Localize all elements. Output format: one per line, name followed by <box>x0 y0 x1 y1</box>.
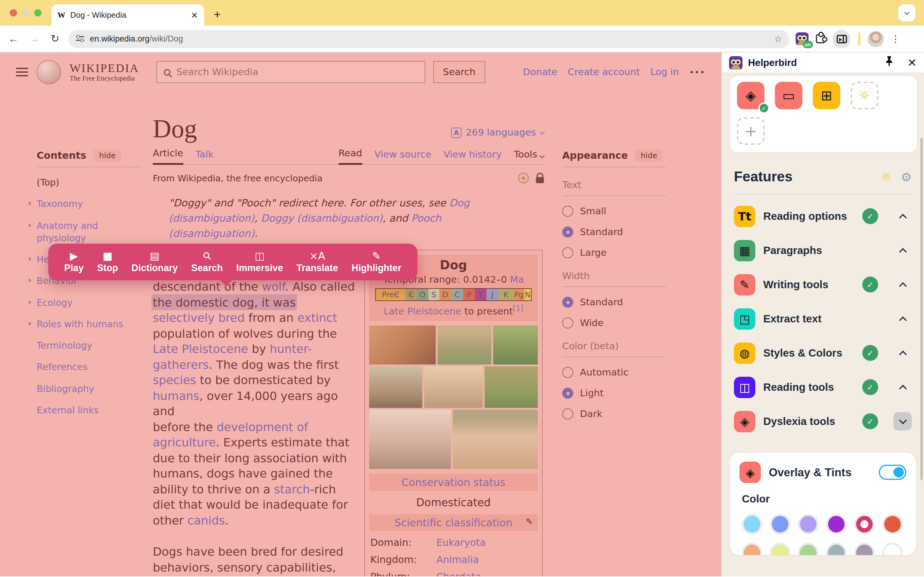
close-icon[interactable]: ✕ <box>908 56 917 69</box>
toolbar-action-button[interactable]: ■ Stop <box>97 250 118 274</box>
browser-tab[interactable]: W Dog - Wikipedia ✕ <box>51 4 204 26</box>
expand-chevron-icon[interactable]: › <box>28 275 31 286</box>
login-link[interactable]: Log in <box>650 66 679 77</box>
tint-swatch[interactable] <box>826 543 846 556</box>
feature-row[interactable]: ◈ Dyslexia tools ✓ <box>734 404 912 438</box>
contents-item[interactable]: › Bibliography <box>37 382 139 395</box>
tab-tools[interactable]: Tools <box>514 149 544 164</box>
radio-option[interactable]: Light <box>562 388 666 399</box>
tint-swatch[interactable] <box>882 514 903 534</box>
more-options-icon[interactable]: ••• <box>689 68 705 77</box>
feature-row[interactable]: ✎ Writing tools ✓ <box>734 268 912 301</box>
overlay-quick-tile[interactable]: ◈ ✓ <box>737 82 764 109</box>
radio-option[interactable]: Large <box>562 247 666 258</box>
toolbar-action-button[interactable]: ▶ Play <box>64 250 84 274</box>
expand-chevron-button[interactable] <box>893 309 912 328</box>
reload-button[interactable]: ↻ <box>48 32 62 45</box>
classification-value-link[interactable]: Chordata <box>436 571 481 576</box>
contents-item[interactable]: › References <box>37 361 139 374</box>
languages-button[interactable]: A 269 languages <box>451 127 544 142</box>
tab-search-chevron-button[interactable] <box>898 4 916 21</box>
donate-link[interactable]: Donate <box>523 66 557 77</box>
expand-chevron-button[interactable] <box>893 412 912 430</box>
radio-button[interactable] <box>562 408 573 419</box>
radio-button[interactable] <box>562 367 573 378</box>
tab-read[interactable]: Read <box>338 148 362 165</box>
tint-swatch[interactable] <box>882 543 903 556</box>
classification-value-link[interactable]: Eukaryota <box>436 537 486 548</box>
contents-item[interactable]: › Roles with humans <box>37 318 139 330</box>
expand-chevron-button[interactable] <box>893 241 912 259</box>
panel-scrollbar[interactable] <box>920 138 923 480</box>
toolbar-action-button[interactable]: ▤ Dictionary <box>131 250 178 274</box>
radio-button[interactable] <box>562 297 573 308</box>
contents-item[interactable]: › Terminology <box>37 340 139 352</box>
edit-pencil-icon[interactable]: ✎ <box>526 517 533 526</box>
tab-talk[interactable]: Talk <box>195 149 213 164</box>
wikipedia-wordmark[interactable]: WIKIPEDIA The Free Encyclopedia <box>69 62 139 82</box>
tab-view-history[interactable]: View history <box>444 149 502 164</box>
browser-menu-button[interactable]: ⋮ <box>891 33 900 44</box>
back-button[interactable]: ← <box>6 33 21 45</box>
wiki-search-button[interactable]: Search <box>433 61 486 83</box>
wiki-search-input[interactable]: Search Wikipedia <box>157 61 425 83</box>
site-info-icon[interactable] <box>76 35 84 42</box>
bookmark-star-icon[interactable]: ☆ <box>774 33 782 44</box>
appearance-hide-button[interactable]: hide <box>635 150 663 161</box>
profile-avatar[interactable] <box>868 31 884 47</box>
radio-button[interactable] <box>562 318 573 329</box>
radio-button[interactable] <box>562 388 573 399</box>
tint-swatch[interactable] <box>742 514 762 534</box>
pin-icon[interactable] <box>885 56 893 69</box>
contents-item[interactable]: › Anatomy and physiology <box>37 219 139 244</box>
expand-chevron-icon[interactable]: › <box>28 297 31 307</box>
extensions-puzzle-icon[interactable] <box>816 34 825 44</box>
expand-chevron-icon[interactable]: › <box>28 198 31 209</box>
feature-row[interactable]: ▦ Paragraphs ✓ <box>734 233 912 268</box>
tint-swatch[interactable] <box>770 543 790 556</box>
lightbulb-icon[interactable]: ☼ <box>880 169 892 184</box>
conservation-status-header[interactable]: Conservation status <box>369 474 538 491</box>
tint-swatch[interactable] <box>798 514 818 534</box>
create-account-link[interactable]: Create account <box>568 66 640 77</box>
expand-chevron-icon[interactable]: › <box>28 219 31 230</box>
tint-swatch[interactable] <box>826 514 846 534</box>
side-panel-button[interactable] <box>832 30 851 48</box>
toolbar-action-button[interactable]: ⚲ Search <box>191 250 223 274</box>
radio-option[interactable]: Wide <box>562 318 666 329</box>
address-bar[interactable]: en.wikipedia.org/wiki/Dog ☆ <box>68 30 790 48</box>
minimize-window-button[interactable] <box>22 9 29 16</box>
forward-button[interactable]: → <box>27 33 42 45</box>
scientific-classification-header[interactable]: Scientific classification ✎ <box>369 514 538 531</box>
toolbar-action-button[interactable]: ◫ Immersive <box>236 250 283 274</box>
contents-item[interactable]: › External links <box>37 404 139 417</box>
expand-chevron-button[interactable] <box>893 344 912 362</box>
tab-article[interactable]: Article <box>153 148 183 165</box>
expand-chevron-icon[interactable]: › <box>28 318 31 329</box>
wikipedia-globe-logo[interactable] <box>37 60 61 84</box>
calculator-quick-tile[interactable]: ⊞ <box>813 82 840 109</box>
close-window-button[interactable] <box>10 9 17 16</box>
suggestion-quick-tile[interactable]: ☼ <box>851 82 878 109</box>
radio-button[interactable] <box>562 206 573 217</box>
tint-swatch[interactable] <box>855 514 874 534</box>
tab-close-icon[interactable]: ✕ <box>191 10 198 20</box>
tint-swatch[interactable] <box>798 543 818 556</box>
radio-option[interactable]: Standard <box>562 297 666 308</box>
feature-row[interactable]: Tt Reading options ✓ <box>734 199 912 233</box>
toolbar-action-button[interactable]: ×A Translate <box>296 250 338 274</box>
radio-button[interactable] <box>562 227 573 237</box>
radio-button[interactable] <box>562 247 573 258</box>
overlay-toggle[interactable] <box>879 465 906 480</box>
feature-row[interactable]: ◫ Reading tools ✓ <box>734 370 912 404</box>
radio-option[interactable]: Automatic <box>562 367 666 378</box>
feature-row[interactable]: ◳ Extract text ✓ <box>734 301 912 336</box>
contents-item[interactable]: › (Top) <box>37 176 139 189</box>
fullscreen-window-button[interactable] <box>34 9 42 16</box>
expand-chevron-button[interactable] <box>893 276 912 294</box>
tint-swatch[interactable] <box>770 514 790 534</box>
tint-swatch[interactable] <box>855 543 874 556</box>
contents-item[interactable]: › Ecology <box>37 297 139 309</box>
gear-icon[interactable]: ⚙ <box>901 169 912 184</box>
expand-chevron-icon[interactable]: › <box>28 253 31 264</box>
